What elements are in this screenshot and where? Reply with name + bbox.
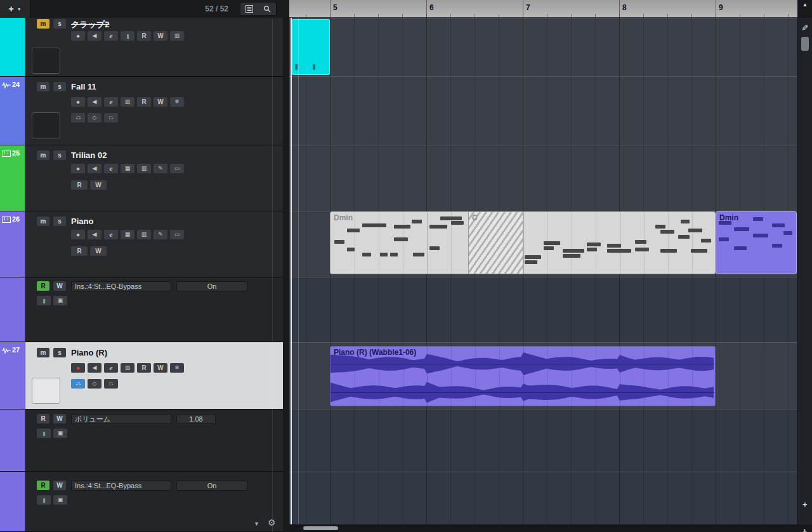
freeze-icon[interactable]: ❄ xyxy=(170,363,184,373)
mute-button[interactable]: m xyxy=(37,216,49,226)
track-row-fall11[interactable]: 24 m s Fall 11 ●◀e▥RW❄ -□-◇□- xyxy=(0,77,283,145)
track-color-strip[interactable]: 27 xyxy=(0,342,25,409)
track-row-piano-r[interactable]: 27 m s Piano (R) ●◀e▥RW❄ -□-◇□- xyxy=(0,342,283,409)
track-row-piano[interactable]: 26 m s Piano ●◀e▦▥✎▭ R W xyxy=(0,211,283,277)
freeze-icon[interactable]: ❄ xyxy=(170,97,184,107)
automation-parameter-label[interactable]: Ins.:4:St...EQ-Bypass xyxy=(71,281,171,291)
track-color-strip[interactable] xyxy=(0,409,25,471)
keys-icon[interactable]: ▦ xyxy=(121,230,134,239)
read-automation-button[interactable]: R xyxy=(71,180,88,190)
track-name[interactable]: クラップ2 xyxy=(71,19,109,30)
track-color-strip[interactable]: 25 xyxy=(0,145,25,211)
keys-icon[interactable]: ▦ xyxy=(121,164,134,173)
lanes-icon[interactable]: ||| xyxy=(37,429,51,438)
chevron-down-icon[interactable]: ▼ xyxy=(17,7,22,11)
track-name[interactable]: Fall 11 xyxy=(71,82,96,91)
read-icon[interactable]: R xyxy=(137,97,151,107)
track-color-strip[interactable] xyxy=(0,277,25,342)
track-name[interactable]: Piano (R) xyxy=(71,348,107,357)
automation-lane-eq-bypass[interactable]: R W Ins.:4:St...EQ-Bypass On |||▣ xyxy=(0,277,283,342)
write-automation-button[interactable]: W xyxy=(53,414,66,423)
monitor-icon[interactable]: ◀ xyxy=(88,31,102,41)
automation-parameter-label[interactable]: Ins.:4:St...EQ-Bypass xyxy=(71,481,171,491)
record-icon[interactable]: ● xyxy=(71,230,85,239)
monitor-icon[interactable]: ◀ xyxy=(88,230,102,239)
lanes-icon[interactable]: ||| xyxy=(37,495,51,505)
write-automation-button[interactable]: W xyxy=(53,281,66,291)
lock-icon[interactable]: ▣ xyxy=(53,296,67,305)
write-automation-button[interactable]: W xyxy=(90,180,107,190)
record-icon[interactable]: ● xyxy=(71,363,85,373)
grid-icon[interactable]: ▥ xyxy=(137,230,151,239)
horizontal-scroll-handle[interactable] xyxy=(303,526,338,530)
track-image-box[interactable] xyxy=(32,378,60,404)
track-name[interactable]: Piano xyxy=(71,216,93,226)
scroll-down-icon[interactable]: ▼ xyxy=(254,521,259,527)
read-icon[interactable]: R xyxy=(137,363,151,373)
automation-value[interactable]: 1.08 xyxy=(176,414,216,424)
write-icon[interactable]: W xyxy=(154,31,167,41)
grid-icon[interactable]: ▥ xyxy=(170,31,184,41)
add-track-button[interactable]: + xyxy=(8,4,13,14)
pad-icon[interactable]: ▭ xyxy=(170,230,184,239)
playhead-cursor[interactable] xyxy=(291,18,292,524)
node2-icon[interactable]: □- xyxy=(104,113,118,123)
mute-button[interactable]: m xyxy=(37,19,49,29)
clip-cyan[interactable] xyxy=(292,19,330,75)
track-name[interactable]: Trilian 02 xyxy=(71,150,107,160)
solo-button[interactable]: s xyxy=(53,82,66,91)
automation-parameter-label[interactable]: ボリューム xyxy=(71,414,171,424)
solo-button[interactable]: s xyxy=(53,216,66,226)
track-color-strip[interactable]: 24 xyxy=(0,77,25,145)
lock-icon[interactable]: ▣ xyxy=(53,429,67,438)
vertical-scroll-handle[interactable] xyxy=(801,37,809,51)
vertical-scrollbar[interactable]: ✎ + xyxy=(797,18,812,524)
write-icon[interactable]: W xyxy=(154,363,167,373)
track-image-box[interactable] xyxy=(32,112,60,138)
grid-icon[interactable]: ▥ xyxy=(121,97,134,107)
automation-value[interactable]: On xyxy=(176,281,247,291)
write-icon[interactable]: W xyxy=(154,97,167,107)
zoom-corner[interactable]: + xyxy=(797,524,812,532)
lanes-icon[interactable]: ||| xyxy=(37,296,51,305)
node-icon[interactable]: -□- xyxy=(71,379,85,389)
track-image-box[interactable] xyxy=(32,48,60,74)
grid-icon[interactable]: ▥ xyxy=(121,363,134,373)
search-icon[interactable] xyxy=(263,5,271,13)
read-automation-button[interactable]: R xyxy=(37,281,49,291)
write-automation-button[interactable]: W xyxy=(90,246,107,256)
pad-icon[interactable]: ▭ xyxy=(170,164,184,173)
event-display[interactable]: Dmin C Dmin Piano (R) (Wabble1-06) xyxy=(289,18,797,524)
track-row-trilian02[interactable]: 25 m s Trilian 02 ●◀e▦▥✎▭ R W xyxy=(0,145,283,211)
edit-icon[interactable]: e xyxy=(104,164,118,173)
pencil-icon[interactable]: ✎ xyxy=(154,230,167,239)
midi-part-dmin[interactable]: Dmin C xyxy=(330,211,716,274)
horizontal-scrollbar[interactable] xyxy=(289,524,797,532)
read-automation-button[interactable]: R xyxy=(37,481,49,490)
zoom-in-vertical-icon[interactable]: + xyxy=(802,500,808,509)
read-automation-button[interactable]: R xyxy=(37,414,49,423)
track-color-strip[interactable] xyxy=(0,472,25,531)
monitor-icon[interactable]: ◀ xyxy=(88,97,102,107)
edit-icon[interactable]: e xyxy=(104,31,118,41)
edit-icon[interactable]: e xyxy=(104,97,118,107)
zoom-in-icon[interactable]: + xyxy=(802,527,806,532)
grid-icon[interactable]: ▥ xyxy=(137,164,151,173)
diamond-icon[interactable]: ◇ xyxy=(88,379,102,389)
node-icon[interactable]: -□- xyxy=(71,113,85,123)
pencil-icon[interactable]: ✎ xyxy=(154,164,167,173)
settings-gear-icon[interactable]: ⚙ xyxy=(268,517,276,528)
track-color-strip[interactable]: 26 xyxy=(0,211,25,277)
node2-icon[interactable]: □- xyxy=(104,379,118,389)
record-icon[interactable]: ● xyxy=(71,164,85,173)
record-icon[interactable]: ● xyxy=(71,31,85,41)
midi-part-dmin-2[interactable]: Dmin xyxy=(716,211,797,274)
pencil-icon[interactable]: ✎ xyxy=(800,24,809,31)
diamond-icon[interactable]: ◇ xyxy=(88,113,102,123)
read-icon[interactable]: R xyxy=(137,31,151,41)
automation-lane-volume[interactable]: R W ボリューム 1.08 |||▣ xyxy=(0,409,283,472)
mute-button[interactable]: m xyxy=(37,348,49,357)
automation-value[interactable]: On xyxy=(176,481,247,491)
timeline-ruler[interactable]: 56789 xyxy=(289,0,797,18)
audio-part-piano-r[interactable]: Piano (R) (Wabble1-06) xyxy=(330,346,716,406)
